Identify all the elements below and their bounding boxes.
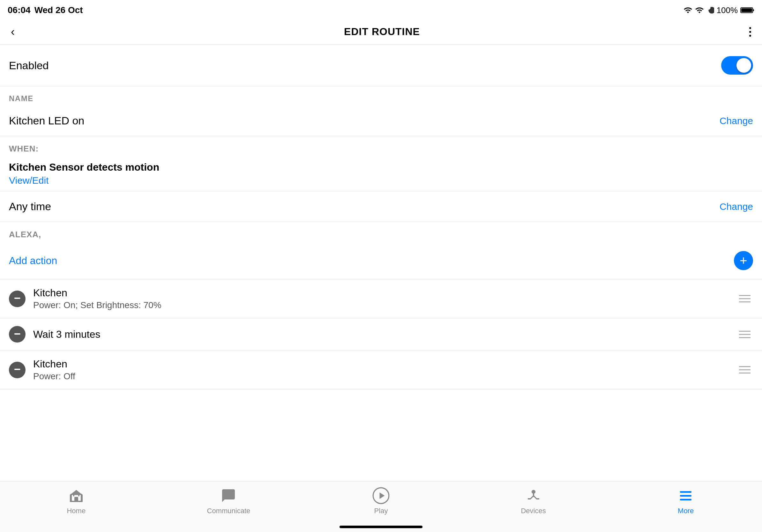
svg-rect-12 [680, 491, 692, 493]
svg-rect-9 [78, 495, 79, 496]
status-bar: 06:04 Wed 26 Oct 100% [0, 0, 762, 19]
action-item-1: − Wait 3 minutes [0, 318, 762, 351]
action-0-desc: Power: On; Set Brightness: 70% [33, 300, 729, 310]
add-action-button[interactable]: Add action [9, 255, 57, 267]
action-2-title: Kitchen [33, 358, 729, 370]
action-2-desc: Power: Off [33, 371, 729, 381]
more-tab-icon [677, 487, 694, 504]
action-2-content: Kitchen Power: Off [33, 358, 729, 381]
remove-action-1-button[interactable]: − [9, 326, 26, 343]
tab-more-label: More [678, 507, 694, 515]
battery-percent: 100% [717, 5, 738, 15]
minus-icon-0: − [14, 293, 21, 304]
plus-icon: + [740, 254, 747, 267]
action-1-drag-handle[interactable] [736, 328, 753, 341]
name-change-button[interactable]: Change [720, 115, 753, 126]
trigger-title: Kitchen Sensor detects motion [9, 162, 753, 173]
moon-icon [707, 6, 714, 15]
devices-icon [525, 487, 542, 504]
home-indicator [340, 526, 422, 528]
action-0-drag-handle[interactable] [736, 293, 753, 305]
remove-action-0-button[interactable]: − [9, 291, 26, 307]
tab-more[interactable]: More [609, 487, 762, 515]
when-label: WHEN: [0, 136, 762, 156]
action-2-drag-handle[interactable] [736, 364, 753, 376]
remove-action-2-button[interactable]: − [9, 362, 26, 378]
action-item-0: − Kitchen Power: On; Set Brightness: 70% [0, 279, 762, 318]
tab-communicate[interactable]: Communicate [153, 487, 305, 515]
svg-rect-8 [73, 495, 74, 496]
tab-home[interactable]: Home [0, 487, 153, 515]
play-icon [372, 487, 390, 504]
minus-icon-2: − [14, 364, 21, 375]
tab-bar: Home Communicate Play Devices [0, 481, 762, 532]
enabled-toggle[interactable] [721, 56, 753, 75]
svg-rect-6 [74, 497, 78, 502]
minus-icon-1: − [14, 328, 21, 340]
add-action-row: Add action + [0, 242, 762, 279]
tab-devices-label: Devices [521, 507, 546, 515]
nav-bar: ‹ EDIT ROUTINE [0, 19, 762, 45]
status-date: Wed 26 Oct [35, 5, 83, 15]
tab-home-label: Home [67, 507, 86, 515]
toggle-knob [736, 58, 751, 73]
communicate-icon [220, 487, 237, 504]
action-item-2: − Kitchen Power: Off [0, 351, 762, 389]
alexa-label: ALEXA, [0, 222, 762, 242]
svg-rect-14 [680, 499, 692, 500]
action-1-content: Wait 3 minutes [33, 328, 729, 340]
content-area: Enabled NAME Kitchen LED on Change WHEN:… [0, 45, 762, 389]
trigger-block: Kitchen Sensor detects motion View/Edit [0, 156, 762, 191]
svg-rect-13 [680, 495, 692, 497]
enabled-row: Enabled [0, 45, 762, 87]
wifi-icon [695, 6, 704, 15]
back-button[interactable]: ‹ [8, 22, 18, 42]
status-time: 06:04 [8, 5, 31, 15]
enabled-label: Enabled [9, 59, 49, 72]
action-0-content: Kitchen Power: On; Set Brightness: 70% [33, 287, 729, 310]
add-action-plus-button[interactable]: + [734, 251, 753, 270]
svg-marker-7 [70, 490, 83, 495]
page-title: EDIT ROUTINE [344, 26, 420, 37]
name-row: Kitchen LED on Change [0, 105, 762, 136]
name-section-label: NAME [0, 87, 762, 105]
action-0-title: Kitchen [33, 287, 729, 299]
action-1-title: Wait 3 minutes [33, 328, 729, 340]
time-row: Any time Change [0, 191, 762, 222]
tab-play[interactable]: Play [305, 487, 457, 515]
tab-communicate-label: Communicate [207, 507, 251, 515]
svg-marker-11 [379, 493, 385, 499]
tab-devices[interactable]: Devices [457, 487, 610, 515]
home-icon [68, 487, 85, 504]
svg-rect-1 [741, 8, 752, 12]
time-value: Any time [9, 200, 51, 213]
signal-icon [683, 6, 692, 15]
view-edit-link[interactable]: View/Edit [9, 175, 753, 186]
routine-name: Kitchen LED on [9, 114, 84, 127]
time-change-button[interactable]: Change [720, 201, 753, 212]
battery-icon [740, 6, 754, 15]
tab-play-label: Play [374, 507, 388, 515]
more-button[interactable] [746, 24, 754, 40]
